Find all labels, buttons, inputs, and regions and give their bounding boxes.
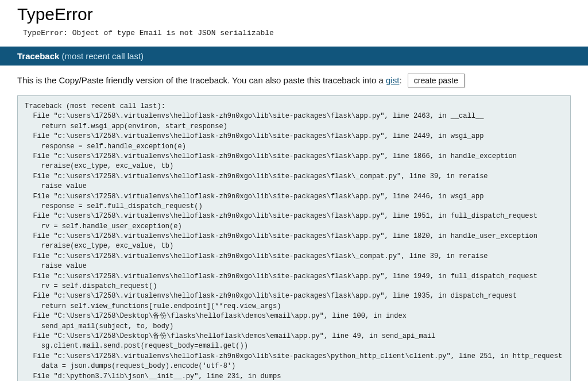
traceback-header-em: (most recent call last) [59,51,144,61]
error-title: TypeError [0,0,588,26]
gist-link[interactable]: gist [386,75,399,85]
traceback-body: This is the Copy/Paste friendly version … [0,66,588,381]
description-suffix: : [399,75,401,85]
error-page: TypeError TypeError: Object of type Emai… [0,0,588,381]
create-paste-button[interactable]: create paste [408,74,465,87]
traceback-text[interactable]: Traceback (most recent call last): File … [17,95,571,381]
description-prefix: This is the Copy/Paste friendly version … [17,75,386,85]
traceback-header-strong: Traceback [17,51,59,61]
traceback-header: Traceback (most recent call last) [0,47,588,66]
traceback-description: This is the Copy/Paste friendly version … [17,74,571,87]
error-message: TypeError: Object of type Email is not J… [0,26,588,47]
